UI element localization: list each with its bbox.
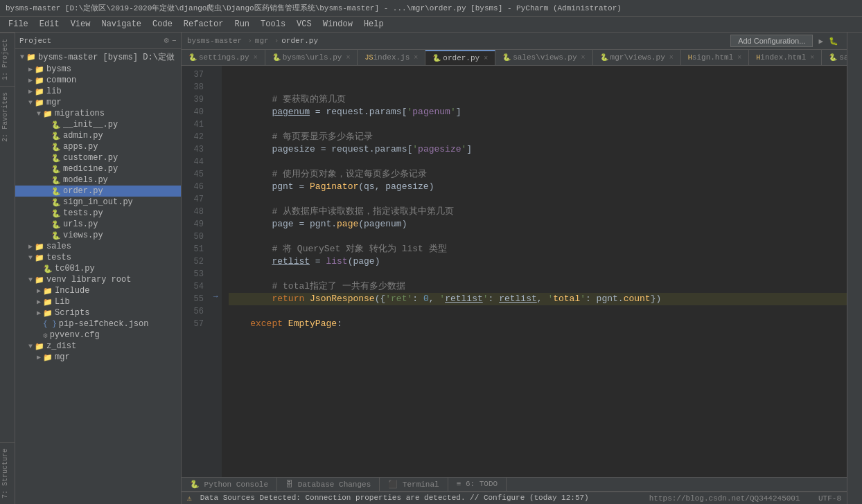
tab-close-index-html[interactable]: × xyxy=(810,54,814,62)
ln50: 50 xyxy=(182,231,204,243)
tree-item-urls-py[interactable]: ▶ 🐍 urls.py xyxy=(15,219,181,230)
vtab-favorites[interactable]: 2: Favorites xyxy=(0,86,15,147)
code-line-50 xyxy=(229,231,847,243)
tab-icon-order: 🐍 xyxy=(432,54,441,62)
tab-mgr-views[interactable]: 🐍 mgr\views.py × xyxy=(593,50,681,65)
menu-tools[interactable]: Tools xyxy=(255,18,291,30)
ln57: 57 xyxy=(182,318,204,330)
tab-icon-settings: 🐍 xyxy=(188,53,197,62)
tab-close-sales-views[interactable]: × xyxy=(581,54,586,62)
status-right: https://blog.csdn.net/QQ344245001 UTF-8 xyxy=(649,494,841,503)
vtab-structure[interactable]: 7: Structure xyxy=(0,442,15,504)
tree-item-admin-py[interactable]: ▶ 🐍 admin.py xyxy=(15,130,181,141)
tree-item-common[interactable]: ▶ 📁 common xyxy=(15,75,181,86)
tree-item-tests-folder[interactable]: ▼ 📁 tests xyxy=(15,252,181,263)
tree-item-order-py[interactable]: ▶ 🐍 order.py xyxy=(15,186,181,197)
tree-item-medicine-py[interactable]: ▶ 🐍 medicine.py xyxy=(15,163,181,174)
tab-order-py[interactable]: 🐍 order.py × xyxy=(425,50,495,65)
tab-close-order[interactable]: × xyxy=(484,55,488,62)
code-line-49: page = pgnt.page(pagenum) xyxy=(229,218,847,231)
tab-index-js[interactable]: JS index.js × xyxy=(358,50,425,65)
menu-help[interactable]: Help xyxy=(358,18,389,30)
tree-item-venv[interactable]: ▼ 📁 venv library root xyxy=(15,274,181,285)
tab-index-html[interactable]: H index.html × xyxy=(749,50,822,65)
menu-navigate[interactable]: Navigate xyxy=(96,18,147,30)
tab-label-index-html: index.html xyxy=(760,53,806,62)
run-debug-icon[interactable]: 🐛 xyxy=(829,37,838,46)
menu-vcs[interactable]: VCS xyxy=(291,18,317,30)
tab-close-settings[interactable]: × xyxy=(254,54,258,62)
status-bar: ⚠ Data Sources Detected: Connection prop… xyxy=(182,492,847,504)
ln49: 49 xyxy=(182,218,204,231)
bottom-tab-python-console[interactable]: 🐍 Python Console xyxy=(182,478,277,491)
code-content[interactable]: # 要获取的第几页 pagenum = request.params['page… xyxy=(222,66,847,477)
tree-item-bysms[interactable]: ▶ 📁 bysms xyxy=(15,64,181,75)
code-line-41 xyxy=(229,118,847,131)
code-line-56 xyxy=(229,305,847,318)
add-config-button[interactable]: Add Configuration... xyxy=(730,35,813,47)
ln46: 46 xyxy=(182,181,204,193)
bottom-panel: 🐍 Python Console 🗄 Database Changes ⬛ Te… xyxy=(182,477,847,492)
status-message[interactable]: Data Sources Detected: Connection proper… xyxy=(200,494,589,503)
tab-close-index-js[interactable]: × xyxy=(414,54,418,62)
gutter50 xyxy=(209,228,222,240)
tree-item-models-py[interactable]: ▶ 🐍 models.py xyxy=(15,174,181,186)
gutter43 xyxy=(209,141,222,153)
tree-item-customer-py[interactable]: ▶ 🐍 customer.py xyxy=(15,152,181,163)
tree-item-lib[interactable]: ▶ 📁 lib xyxy=(15,86,181,97)
tab-close-bysms-urls[interactable]: × xyxy=(346,54,350,62)
gutter45 xyxy=(209,165,222,178)
tree-item-tests-py[interactable]: ▶ 🐍 tests.py xyxy=(15,208,181,219)
tree-item-sales[interactable]: ▶ 📁 sales xyxy=(15,241,181,252)
tree-item-mgr[interactable]: ▼ 📁 mgr xyxy=(15,97,181,108)
ln42: 42 xyxy=(182,131,204,143)
sidebar-collapse-icon[interactable]: – xyxy=(172,36,177,46)
ln37: 37 xyxy=(182,69,204,81)
bottom-tab-db-changes[interactable]: 🗄 Database Changes xyxy=(277,478,380,491)
code-line-46: pgnt = Paginator(qs, pagesize) xyxy=(229,181,847,193)
tree-item-views-py[interactable]: ▶ 🐍 views.py xyxy=(15,230,181,241)
code-line-44 xyxy=(229,156,847,168)
code-line-43: pagesize = request.params['pagesize'] xyxy=(229,143,847,156)
menu-refactor[interactable]: Refactor xyxy=(178,18,229,30)
tree-item-mgr2[interactable]: ▶ 📁 mgr xyxy=(15,352,181,363)
menu-edit[interactable]: Edit xyxy=(34,18,65,30)
tree-item-pyvenv-cfg[interactable]: ▶ ⚙ pyvenv.cfg xyxy=(15,330,181,341)
code-line-51: # 将 QuerySet 对象 转化为 list 类型 xyxy=(229,243,847,255)
tree-item-zdist[interactable]: ▼ 📁 z_dist xyxy=(15,341,181,352)
tree-item-migrations[interactable]: ▼ 📁 migrations xyxy=(15,108,181,119)
tree-item-root[interactable]: ▼ 📁 bysms-master [bysms] D:\定做 xyxy=(15,51,181,64)
run-play-icon[interactable]: ▶ xyxy=(818,37,823,46)
tab-sales-urls[interactable]: 🐍 sales\urls.py × xyxy=(822,50,847,65)
gutter46 xyxy=(209,178,222,190)
tab-bysms-urls[interactable]: 🐍 bysms\urls.py × xyxy=(265,50,358,65)
menu-window[interactable]: Window xyxy=(317,18,358,30)
tree-item-init-py[interactable]: ▶ 🐍 __init__.py xyxy=(15,119,181,130)
menu-file[interactable]: File xyxy=(3,18,34,30)
menu-view[interactable]: View xyxy=(65,18,96,30)
menu-run[interactable]: Run xyxy=(229,18,255,30)
bottom-tab-todo[interactable]: ≡ 6: TODO xyxy=(448,478,507,491)
bottom-tab-terminal[interactable]: ⬛ Terminal xyxy=(380,478,448,491)
tree-item-apps-py[interactable]: ▶ 🐍 apps.py xyxy=(15,141,181,152)
tab-sign-html[interactable]: H sign.html × xyxy=(681,50,749,65)
tree-item-lib2[interactable]: ▶ 📁 Lib xyxy=(15,296,181,307)
sidebar-settings-icon[interactable]: ⚙ xyxy=(164,35,169,46)
tab-close-mgr-views[interactable]: × xyxy=(669,54,674,62)
tab-close-sign-html[interactable]: × xyxy=(737,54,741,62)
ln54: 54 xyxy=(182,280,204,293)
code-line-38 xyxy=(229,81,847,93)
tree-item-tc001-py[interactable]: ▶ 🐍 tc001.py xyxy=(15,263,181,274)
breadcrumb-project[interactable]: bysms-master xyxy=(187,37,242,45)
tab-settings[interactable]: 🐍 settings.py × xyxy=(182,50,265,65)
code-editor[interactable]: 37 38 39 40 41 42 43 44 45 46 47 48 49 5… xyxy=(182,66,847,477)
tree-item-sign-py[interactable]: ▶ 🐍 sign_in_out.py xyxy=(15,197,181,208)
tree-item-scripts[interactable]: ▶ 📁 Scripts xyxy=(15,307,181,318)
tree-item-pip-json[interactable]: ▶ { } pip-selfcheck.json xyxy=(15,318,181,330)
menu-code[interactable]: Code xyxy=(147,18,178,30)
tab-sales-views[interactable]: 🐍 sales\views.py × xyxy=(495,50,592,65)
tree-item-include[interactable]: ▶ 📁 Include xyxy=(15,285,181,296)
breadcrumb-mgr[interactable]: mgr xyxy=(255,37,269,45)
vtab-project[interactable]: 1: Project xyxy=(0,33,15,86)
sidebar-header: Project ⚙ – xyxy=(15,33,181,49)
